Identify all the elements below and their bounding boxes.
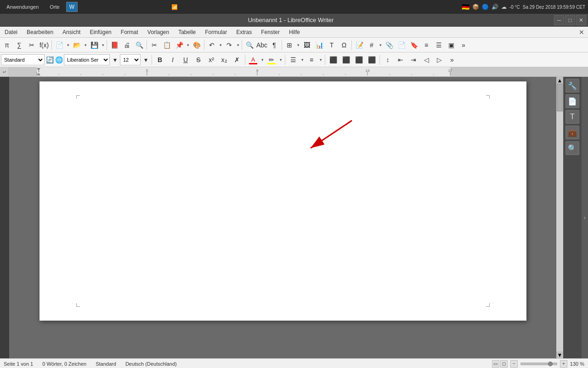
highlight-color-btn[interactable]: ✏ — [266, 54, 277, 66]
line-spacing-btn[interactable]: ↕ — [382, 54, 394, 66]
bold-btn[interactable]: B — [154, 54, 166, 66]
close-button[interactable]: ✕ — [576, 15, 586, 25]
redo-btn[interactable]: ↷ — [223, 39, 235, 51]
subscript-btn[interactable]: x₂ — [218, 54, 230, 66]
zoom-slider[interactable] — [520, 362, 557, 365]
font-color-btn[interactable]: A — [247, 54, 259, 66]
open-drop[interactable]: ▾ — [83, 39, 88, 51]
ul-drop[interactable]: ▾ — [300, 54, 305, 66]
math-pi-btn[interactable]: π — [1, 39, 13, 51]
view-page-btn[interactable]: ◻ — [500, 360, 508, 368]
navigator-panel-btn[interactable]: 🔍 — [565, 141, 579, 155]
footnote-btn[interactable]: 📎 — [383, 39, 395, 51]
text-box-btn[interactable]: T — [326, 39, 338, 51]
indent-increase-btn[interactable]: ⇥ — [407, 54, 419, 66]
font-name-select[interactable]: Liberation Ser — [64, 54, 110, 65]
overflow-btn[interactable]: » — [458, 39, 469, 51]
properties-panel-btn[interactable]: 🔧 — [565, 79, 579, 92]
copy-btn[interactable]: 📋 — [161, 39, 173, 51]
format-paint-btn[interactable]: 🎨 — [191, 39, 203, 51]
highlight-color-drop[interactable]: ▾ — [278, 54, 283, 66]
undo-drop[interactable]: ▾ — [218, 39, 223, 51]
font-drop[interactable]: ▾ — [111, 54, 119, 66]
menu-fenster[interactable]: Fenster — [256, 27, 284, 37]
special-char-btn[interactable]: Ω — [338, 39, 350, 51]
pdf-btn[interactable]: 📕 — [108, 39, 120, 51]
save-drop[interactable]: ▾ — [101, 39, 105, 51]
new-btn[interactable]: 📄 — [53, 39, 65, 51]
align-justify-btn[interactable]: ⬛ — [366, 54, 378, 66]
indent-decrease-btn[interactable]: ⇤ — [395, 54, 407, 66]
strikethrough-btn[interactable]: S — [192, 54, 204, 66]
text-panel-btn[interactable]: T — [565, 110, 579, 124]
font-color-drop[interactable]: ▾ — [260, 54, 265, 66]
chart-btn[interactable]: 📊 — [313, 39, 325, 51]
align-right-btn[interactable]: ⬛ — [353, 54, 365, 66]
cut-btn[interactable]: ✂ — [26, 39, 38, 51]
table-btn[interactable]: ⊞ — [283, 39, 295, 51]
menu-format[interactable]: Format — [116, 27, 143, 37]
align-left-btn[interactable]: ⬛ — [327, 54, 339, 66]
scroll-thumb[interactable] — [557, 84, 563, 111]
paste-drop[interactable]: ▾ — [186, 39, 190, 51]
image-btn[interactable]: 🖼 — [301, 39, 313, 51]
preview-btn[interactable]: 🔍 — [133, 39, 145, 51]
endnote-btn[interactable]: 📄 — [396, 39, 407, 51]
unordered-list-btn[interactable]: ☰ — [287, 54, 299, 66]
menu-bearbeiten[interactable]: Bearbeiten — [22, 27, 58, 37]
formula-btn[interactable]: ∑ — [13, 39, 25, 51]
para-decrease-btn[interactable]: ◁ — [420, 54, 432, 66]
menu-close-button[interactable]: ✕ — [577, 28, 586, 37]
clear-format-btn[interactable]: ✗ — [231, 54, 243, 66]
align-center-btn[interactable]: ⬛ — [340, 54, 352, 66]
maximize-button[interactable]: □ — [565, 15, 575, 25]
print-btn[interactable]: 🖨 — [121, 39, 133, 51]
writer-taskbar-btn[interactable]: W — [66, 2, 78, 12]
format-marks-btn[interactable]: ¶ — [268, 39, 280, 51]
navigator-btn[interactable]: ☰ — [433, 39, 445, 51]
document-scroll-area[interactable] — [9, 77, 556, 358]
open-btn[interactable]: 📂 — [71, 39, 83, 51]
view-normal-btn[interactable]: ▭ — [492, 360, 499, 368]
undo-btn[interactable]: ↶ — [206, 39, 218, 51]
superscript-btn[interactable]: x² — [205, 54, 217, 66]
menu-formular[interactable]: Formular — [200, 27, 232, 37]
places-menu[interactable]: Orte — [45, 4, 64, 10]
menu-ansicht[interactable]: Ansicht — [58, 27, 85, 37]
paste-btn[interactable]: 📌 — [173, 39, 185, 51]
nonprint-btn[interactable]: # — [366, 39, 378, 51]
nonprint-drop[interactable]: ▾ — [378, 39, 383, 51]
bookmark-btn[interactable]: 🔖 — [408, 39, 420, 51]
styles-panel-btn[interactable]: 💼 — [565, 126, 579, 139]
overflow2-btn[interactable]: » — [446, 54, 458, 66]
style-new-btn[interactable]: 🌐 — [55, 54, 63, 66]
cut2-btn[interactable]: ✂ — [148, 39, 160, 51]
redo-drop[interactable]: ▾ — [236, 39, 240, 51]
zoom-out-btn[interactable]: − — [510, 360, 518, 368]
track-changes-btn[interactable]: 📝 — [353, 39, 365, 51]
minimize-button[interactable]: ─ — [554, 15, 564, 25]
fx-btn[interactable]: f(x) — [38, 39, 50, 51]
font-size-select[interactable]: 12 — [120, 54, 141, 65]
apps-menu[interactable]: Anwendungen — [2, 4, 43, 10]
style-btn[interactable]: ≡ — [420, 39, 432, 51]
sidebar-btn[interactable]: ▣ — [445, 39, 457, 51]
find-btn[interactable]: 🔍 — [243, 39, 255, 51]
scroll-up-btn[interactable]: ▲ — [556, 77, 563, 84]
menu-einfuegen[interactable]: Einfügen — [85, 27, 116, 37]
zoom-slider-thumb[interactable] — [548, 362, 553, 366]
paragraph-style-select[interactable]: Standard — [1, 54, 45, 65]
menu-tabelle[interactable]: Tabelle — [174, 27, 200, 37]
table-drop[interactable]: ▾ — [296, 39, 300, 51]
menu-datei[interactable]: Datei — [0, 27, 22, 37]
zoom-in-btn[interactable]: + — [560, 360, 567, 368]
underline-btn[interactable]: U — [180, 54, 192, 66]
new-drop[interactable]: ▾ — [66, 39, 70, 51]
scroll-down-btn[interactable]: ▼ — [556, 351, 563, 358]
vertical-scrollbar[interactable]: ▲ ▼ — [556, 77, 563, 358]
size-drop[interactable]: ▾ — [141, 54, 150, 66]
italic-btn[interactable]: I — [167, 54, 179, 66]
save-btn[interactable]: 💾 — [88, 39, 100, 51]
ordered-list-btn[interactable]: ≡ — [305, 54, 317, 66]
ol-drop[interactable]: ▾ — [318, 54, 323, 66]
